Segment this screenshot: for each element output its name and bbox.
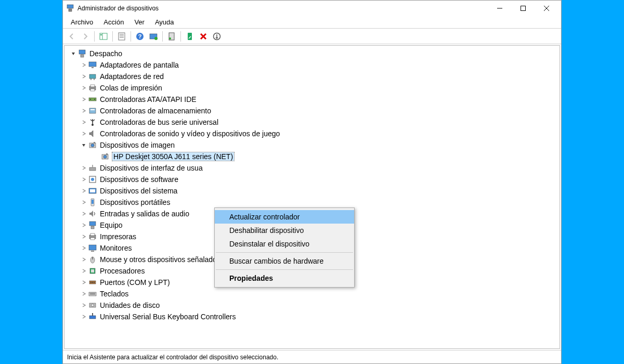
svg-point-36 (92, 124, 94, 126)
toolbar-separator (162, 31, 163, 42)
tree-category[interactable]: Unidades de disco (67, 300, 560, 311)
context-menu-item[interactable]: Deshabilitar dispositivo (215, 224, 354, 237)
svg-rect-30 (90, 89, 95, 91)
context-menu-item[interactable]: Actualizar controlador (215, 210, 354, 224)
svg-rect-23 (89, 62, 96, 67)
toolbar-separator (94, 31, 95, 42)
svg-rect-25 (89, 74, 96, 79)
menu-help[interactable]: Ayuda (150, 17, 179, 27)
chevron-right-icon[interactable] (80, 130, 87, 137)
imaging-icon (101, 152, 109, 161)
chevron-down-icon[interactable] (80, 141, 87, 149)
chevron-right-icon[interactable] (80, 267, 87, 275)
scan-hardware-button[interactable] (147, 30, 160, 43)
svg-point-66 (90, 282, 92, 283)
disable-device-button[interactable] (211, 30, 223, 43)
show-hide-tree-button[interactable] (97, 30, 110, 43)
chevron-right-icon[interactable] (80, 73, 87, 80)
tree-category[interactable]: Dispositivos de interfaz de usua (67, 162, 560, 174)
tree-category[interactable]: Controladoras de sonido y vídeo y dispos… (67, 128, 560, 139)
svg-point-41 (91, 144, 94, 147)
tree-category[interactable]: Universal Serial Bus Keyboard Controller… (67, 311, 560, 322)
tree-category[interactable]: Controladoras de almacenamiento (67, 105, 560, 116)
chevron-right-icon[interactable] (80, 61, 87, 69)
svg-rect-47 (92, 165, 93, 167)
tree-category-label: Dispositivos del sistema (100, 187, 177, 195)
menu-file[interactable]: Archivo (66, 17, 98, 27)
tree-category-label: Entradas y salidas de audio (100, 210, 189, 218)
chevron-right-icon[interactable] (80, 290, 87, 297)
tree-category[interactable]: Dispositivos del sistema (67, 185, 560, 197)
tree-category[interactable]: Teclados (67, 288, 560, 300)
menu-view[interactable]: Ver (129, 17, 150, 27)
update-driver-button[interactable] (165, 30, 178, 43)
tree-root[interactable]: Despacho (67, 48, 560, 59)
context-menu-item[interactable]: Propiedades (215, 271, 354, 285)
ata-icon (88, 95, 97, 103)
tree-category[interactable]: Adaptadores de pantalla (67, 59, 560, 71)
computer-icon (88, 221, 97, 229)
tree-device[interactable]: HP Deskjet 3050A J611 series (NET) (67, 151, 560, 162)
tree-category[interactable]: Colas de impresión (67, 82, 560, 94)
help-button[interactable]: ? (134, 30, 146, 43)
chevron-right-icon[interactable] (80, 233, 87, 240)
svg-point-18 (169, 37, 171, 40)
chevron-right-icon[interactable] (80, 107, 87, 114)
chevron-right-icon[interactable] (80, 210, 87, 217)
chevron-right-icon[interactable] (80, 302, 87, 309)
chevron-right-icon[interactable] (80, 187, 87, 194)
printer-icon (88, 232, 97, 241)
tree-category[interactable]: Dispositivos de imagen (67, 139, 560, 151)
chevron-right-icon[interactable] (80, 313, 87, 320)
context-menu-item[interactable]: Buscar cambios de hardware (215, 254, 354, 268)
tree-category-label: Dispositivos portátiles (100, 198, 170, 206)
chevron-right-icon[interactable] (80, 199, 87, 206)
tree-category-label: Mouse y otros dispositivos señaladores (100, 255, 227, 264)
chevron-right-icon[interactable] (80, 164, 87, 172)
system-icon (88, 187, 97, 195)
toolbar-separator (180, 31, 181, 42)
tree-category-label: Adaptadores de pantalla (100, 61, 179, 69)
chevron-right-icon[interactable] (80, 119, 87, 126)
context-menu: Actualizar controladorDeshabilitar dispo… (214, 207, 355, 288)
tree-content[interactable]: DespachoAdaptadores de pantallaAdaptador… (64, 45, 560, 349)
properties-button[interactable] (115, 30, 128, 43)
svg-rect-35 (90, 109, 95, 110)
svg-rect-58 (90, 238, 95, 240)
svg-rect-42 (94, 142, 95, 144)
tree-category[interactable]: Controladoras de bus serie universal (67, 116, 560, 128)
context-menu-item[interactable]: Desinstalar el dispositivo (215, 237, 354, 251)
tree-category[interactable]: Adaptadores de red (67, 71, 560, 82)
chevron-down-icon[interactable] (70, 50, 77, 57)
tree-category-label: Equipo (100, 221, 123, 229)
svg-rect-60 (91, 251, 94, 252)
chevron-right-icon[interactable] (80, 244, 87, 252)
chevron-right-icon[interactable] (80, 256, 87, 263)
minimize-button[interactable] (488, 1, 511, 16)
tree-category[interactable]: Controladoras ATA/ATAPI IDE (67, 94, 560, 105)
chevron-right-icon[interactable] (80, 96, 87, 103)
mouse-icon (88, 255, 97, 264)
chevron-right-icon[interactable] (80, 279, 87, 286)
nav-forward-button[interactable] (79, 30, 92, 43)
enable-device-button[interactable] (184, 30, 196, 43)
window-title: Administrador de dispositivos (77, 5, 488, 12)
svg-rect-45 (106, 153, 108, 155)
nav-back-button[interactable] (66, 30, 78, 43)
menu-action[interactable]: Acción (98, 17, 129, 27)
uninstall-device-button[interactable] (197, 30, 210, 43)
titlebar[interactable]: Administrador de dispositivos (63, 1, 561, 16)
svg-rect-34 (89, 108, 96, 113)
tree-category[interactable]: Dispositivos portátiles (67, 197, 560, 208)
tree-category-label: Universal Serial Bus Keyboard Controller… (100, 313, 236, 321)
svg-point-67 (92, 282, 93, 283)
chevron-right-icon[interactable] (80, 84, 87, 92)
chevron-right-icon[interactable] (80, 222, 87, 229)
svg-point-16 (154, 37, 158, 40)
tree-category-label: Dispositivos de software (100, 175, 178, 184)
chevron-right-icon[interactable] (80, 176, 87, 183)
maximize-button[interactable] (511, 1, 535, 16)
tree-device-label: HP Deskjet 3050A J611 series (NET) (112, 152, 234, 161)
tree-category[interactable]: Dispositivos de software (67, 174, 560, 185)
close-button[interactable] (535, 1, 558, 16)
